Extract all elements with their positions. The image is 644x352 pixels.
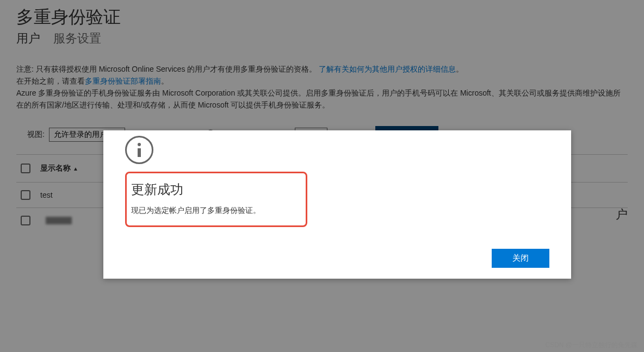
info-icon xyxy=(125,136,153,164)
watermark: CSDN @一只特立独行的兔先森 xyxy=(545,341,637,350)
close-button[interactable]: 关闭 xyxy=(492,249,549,268)
modal-title: 更新成功 xyxy=(131,181,297,198)
highlight-annotation: 更新成功 现已为选定帐户启用了多重身份验证。 xyxy=(125,172,307,227)
modal-footer: 关闭 xyxy=(125,249,549,268)
modal-body: 现已为选定帐户启用了多重身份验证。 xyxy=(131,206,297,216)
success-modal: 更新成功 现已为选定帐户启用了多重身份验证。 关闭 xyxy=(103,130,571,279)
